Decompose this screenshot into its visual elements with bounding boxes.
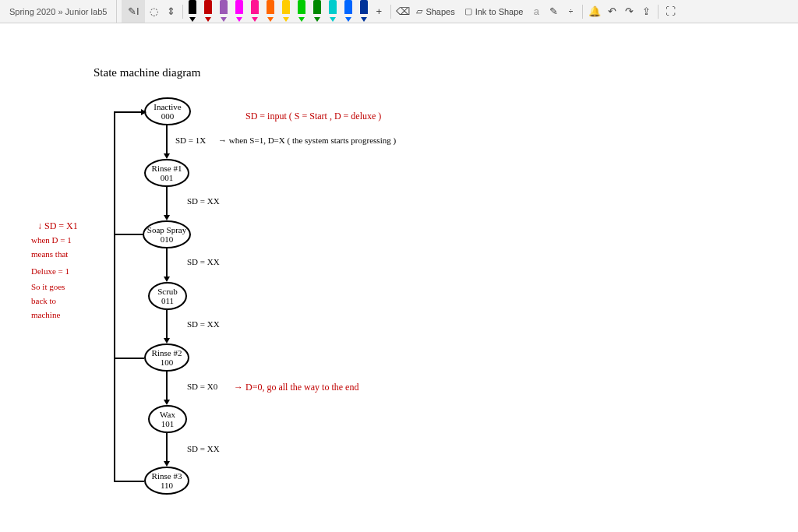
alert-icon[interactable]: 🔔 (586, 3, 603, 20)
pen-0[interactable] (186, 0, 199, 19)
side-note: So it goes (31, 282, 65, 291)
state-rinse1: Rinse #1 001 (144, 159, 189, 187)
arrow-head-icon (164, 277, 170, 282)
shapes-button[interactable]: ▱ Shapes (411, 3, 459, 20)
state-code: 001 (161, 173, 174, 182)
pen-4[interactable] (249, 0, 261, 19)
state-name: Wax (160, 410, 175, 419)
state-code: 101 (161, 419, 175, 428)
arrow-line (166, 433, 168, 463)
return-line (115, 358, 144, 359)
arrow-head-icon (164, 215, 170, 220)
state-wax: Wax 101 (148, 405, 187, 433)
pen-2[interactable] (217, 0, 230, 19)
side-note: Deluxe = 1 (31, 266, 69, 276)
pen-8[interactable] (311, 0, 323, 19)
state-code: 010 (161, 234, 174, 244)
return-line (115, 481, 144, 482)
arrow-line (166, 248, 168, 278)
ink-to-shape-icon: ▢ (464, 6, 472, 16)
pen-5[interactable] (264, 0, 277, 19)
input-legend: SD = input ( S = Start , D = deluxe ) (245, 111, 381, 122)
side-note: back to (31, 296, 56, 305)
pen-10[interactable] (342, 0, 355, 19)
state-inactive: Inactive 000 (144, 97, 191, 125)
undo-icon[interactable]: ↶ (603, 3, 620, 20)
state-code: 000 (161, 111, 175, 121)
eraser-icon[interactable]: ⌫ (394, 3, 411, 20)
state-name: Scrub (157, 287, 178, 296)
state-code: 110 (161, 481, 173, 490)
diagram-title: State machine diagram (94, 66, 200, 79)
transition-label: SD = XX (187, 319, 220, 329)
top-ribbon: Spring 2020 » Junior lab5 ✎I ◌ ⇕ + ⌫ ▱ S… (0, 0, 798, 23)
pen-6[interactable] (280, 0, 292, 19)
draw-icon[interactable]: ✎ (545, 3, 562, 20)
arrow-head-icon (164, 338, 170, 344)
redo-icon[interactable]: ↷ (620, 3, 637, 20)
transition-note: → D=0, go all the way to the end (234, 382, 358, 393)
pen-1[interactable] (202, 0, 214, 19)
document-tab[interactable]: Spring 2020 » Junior lab5 (0, 0, 117, 23)
arrow-head-icon (164, 461, 170, 467)
side-note: means that (31, 249, 68, 259)
state-code: 100 (161, 358, 174, 367)
state-name: Rinse #1 (152, 164, 182, 173)
fullscreen-icon[interactable]: ⛶ (662, 3, 679, 20)
shapes-label: Shapes (425, 7, 454, 16)
separator (390, 5, 391, 19)
pen-11[interactable] (358, 0, 370, 19)
text-tool-icon[interactable]: ✎I (125, 3, 142, 20)
transition-label: SD = XX (187, 257, 220, 266)
state-name: Inactive (154, 102, 181, 111)
arrow-head-icon (141, 109, 147, 115)
math-icon[interactable]: ÷ (562, 3, 579, 20)
separator (182, 5, 183, 19)
transition-label: SD = XX (187, 196, 220, 206)
arrow-line (166, 310, 168, 340)
return-line (114, 111, 115, 482)
separator (582, 5, 583, 19)
arrow-line (166, 125, 168, 155)
arrow-line (166, 372, 168, 401)
ink-to-shape-label: Ink to Shape (475, 7, 524, 16)
pen-9[interactable] (327, 0, 339, 19)
add-pen-button[interactable]: + (370, 3, 387, 20)
lasso-icon[interactable]: ◌ (145, 3, 162, 20)
ink-to-text-icon[interactable]: a (528, 3, 545, 20)
lasso-group: ✎I (122, 0, 145, 23)
transition-label: SD = 1X (175, 136, 206, 145)
pen-row (186, 0, 370, 23)
pen-3[interactable] (233, 0, 245, 19)
state-scrub: Scrub 011 (148, 282, 187, 310)
shapes-icon: ▱ (416, 6, 422, 16)
transition-note: → when S=1, D=X ( the system starts prog… (218, 136, 396, 145)
share-icon[interactable]: ⇪ (637, 3, 655, 20)
separator (658, 5, 659, 19)
state-name: Rinse #3 (152, 471, 182, 481)
transition-label: SD = XX (187, 444, 220, 453)
pen-7[interactable] (295, 0, 308, 19)
state-rinse2: Rinse #2 100 (144, 344, 189, 372)
return-line (115, 234, 143, 235)
arrow-head-icon (164, 153, 170, 159)
side-note: when D = 1 (31, 235, 72, 245)
arrow-line (166, 187, 168, 217)
transition-label: SD = X0 (187, 382, 217, 391)
side-note: machine (31, 310, 60, 319)
arrow-head-icon (164, 400, 170, 405)
state-code: 011 (161, 296, 174, 305)
return-line (114, 111, 144, 113)
hand-tool-icon[interactable]: ⇕ (162, 3, 179, 20)
ink-to-shape-button[interactable]: ▢ Ink to Shape (460, 3, 528, 20)
state-soap: Soap Spray 010 (143, 220, 191, 248)
state-name: Rinse #2 (152, 348, 182, 358)
side-note: ↓ SD = X1 (37, 220, 78, 232)
state-rinse3: Rinse #3 110 (144, 467, 189, 495)
state-name: Soap Spray (147, 225, 186, 234)
note-canvas[interactable]: State machine diagram Inactive 000 SD = … (0, 23, 798, 532)
